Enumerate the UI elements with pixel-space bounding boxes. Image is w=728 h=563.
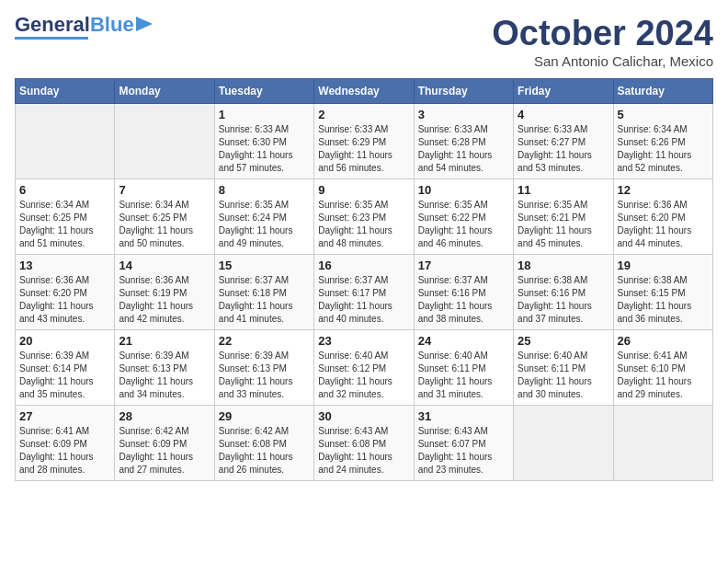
calendar-cell: 20Sunrise: 6:39 AM Sunset: 6:14 PM Dayli…: [16, 329, 115, 405]
svg-marker-0: [136, 17, 153, 31]
day-info: Sunrise: 6:39 AM Sunset: 6:13 PM Dayligh…: [219, 350, 310, 401]
logo-text: GeneralBlue: [15, 15, 134, 35]
calendar-cell: [115, 103, 214, 178]
calendar-cell: 17Sunrise: 6:37 AM Sunset: 6:16 PM Dayli…: [414, 254, 513, 329]
day-info: Sunrise: 6:33 AM Sunset: 6:30 PM Dayligh…: [219, 123, 310, 175]
calendar-week-row: 27Sunrise: 6:41 AM Sunset: 6:09 PM Dayli…: [16, 405, 713, 480]
calendar-cell: 15Sunrise: 6:37 AM Sunset: 6:18 PM Dayli…: [214, 254, 313, 329]
calendar-cell: 28Sunrise: 6:42 AM Sunset: 6:09 PM Dayli…: [115, 405, 214, 480]
day-info: Sunrise: 6:36 AM Sunset: 6:20 PM Dayligh…: [19, 274, 110, 326]
day-info: Sunrise: 6:33 AM Sunset: 6:29 PM Dayligh…: [318, 123, 409, 175]
day-info: Sunrise: 6:36 AM Sunset: 6:19 PM Dayligh…: [119, 274, 210, 326]
day-number: 10: [418, 183, 509, 197]
day-info: Sunrise: 6:34 AM Sunset: 6:25 PM Dayligh…: [119, 199, 210, 250]
calendar-cell: 16Sunrise: 6:37 AM Sunset: 6:17 PM Dayli…: [314, 254, 414, 329]
calendar-cell: 1Sunrise: 6:33 AM Sunset: 6:30 PM Daylig…: [214, 103, 313, 178]
weekday-header: Thursday: [414, 78, 513, 103]
day-info: Sunrise: 6:37 AM Sunset: 6:18 PM Dayligh…: [219, 274, 310, 326]
weekday-header: Sunday: [16, 78, 115, 103]
day-number: 26: [618, 334, 709, 348]
calendar-cell: 26Sunrise: 6:41 AM Sunset: 6:10 PM Dayli…: [613, 329, 712, 405]
day-number: 18: [518, 259, 609, 272]
day-info: Sunrise: 6:37 AM Sunset: 6:16 PM Dayligh…: [418, 274, 509, 326]
day-info: Sunrise: 6:35 AM Sunset: 6:21 PM Dayligh…: [518, 199, 609, 250]
location: San Antonio Calichar, Mexico: [492, 53, 713, 69]
day-info: Sunrise: 6:39 AM Sunset: 6:13 PM Dayligh…: [119, 350, 210, 401]
calendar-cell: 30Sunrise: 6:43 AM Sunset: 6:08 PM Dayli…: [314, 405, 414, 480]
day-info: Sunrise: 6:43 AM Sunset: 6:07 PM Dayligh…: [418, 425, 509, 477]
calendar-cell: 19Sunrise: 6:38 AM Sunset: 6:15 PM Dayli…: [613, 254, 712, 329]
day-number: 9: [318, 183, 409, 197]
calendar-cell: 27Sunrise: 6:41 AM Sunset: 6:09 PM Dayli…: [16, 405, 115, 480]
day-number: 27: [19, 409, 110, 423]
calendar-body: 1Sunrise: 6:33 AM Sunset: 6:30 PM Daylig…: [16, 103, 713, 480]
day-info: Sunrise: 6:34 AM Sunset: 6:25 PM Dayligh…: [19, 199, 110, 250]
calendar-cell: 6Sunrise: 6:34 AM Sunset: 6:25 PM Daylig…: [16, 178, 115, 254]
day-number: 7: [119, 183, 210, 197]
calendar-cell: [514, 405, 613, 480]
day-info: Sunrise: 6:40 AM Sunset: 6:11 PM Dayligh…: [518, 350, 609, 401]
day-info: Sunrise: 6:36 AM Sunset: 6:20 PM Dayligh…: [618, 199, 709, 250]
day-number: 17: [418, 259, 509, 272]
weekday-header: Wednesday: [314, 78, 414, 103]
logo-underline: [15, 37, 88, 40]
calendar-cell: 10Sunrise: 6:35 AM Sunset: 6:22 PM Dayli…: [414, 178, 513, 254]
day-number: 29: [219, 409, 310, 423]
calendar-cell: [613, 405, 712, 480]
calendar-week-row: 13Sunrise: 6:36 AM Sunset: 6:20 PM Dayli…: [16, 254, 713, 329]
day-info: Sunrise: 6:39 AM Sunset: 6:14 PM Dayligh…: [19, 350, 110, 401]
day-number: 3: [418, 108, 509, 121]
logo-arrow-icon: [136, 17, 153, 31]
calendar-cell: 29Sunrise: 6:42 AM Sunset: 6:08 PM Dayli…: [214, 405, 313, 480]
calendar-cell: 11Sunrise: 6:35 AM Sunset: 6:21 PM Dayli…: [514, 178, 613, 254]
calendar-cell: 4Sunrise: 6:33 AM Sunset: 6:27 PM Daylig…: [514, 103, 613, 178]
day-number: 25: [518, 334, 609, 348]
calendar-cell: 3Sunrise: 6:33 AM Sunset: 6:28 PM Daylig…: [414, 103, 513, 178]
day-number: 14: [119, 259, 210, 272]
calendar-cell: 31Sunrise: 6:43 AM Sunset: 6:07 PM Dayli…: [414, 405, 513, 480]
day-info: Sunrise: 6:43 AM Sunset: 6:08 PM Dayligh…: [318, 425, 409, 477]
day-number: 20: [19, 334, 110, 348]
logo: GeneralBlue: [15, 15, 153, 40]
day-number: 4: [518, 108, 609, 121]
day-number: 15: [219, 259, 310, 272]
day-number: 24: [418, 334, 509, 348]
calendar-cell: 14Sunrise: 6:36 AM Sunset: 6:19 PM Dayli…: [115, 254, 214, 329]
title-block: October 2024 San Antonio Calichar, Mexic…: [492, 15, 713, 69]
day-info: Sunrise: 6:42 AM Sunset: 6:09 PM Dayligh…: [119, 425, 210, 477]
day-number: 31: [418, 409, 509, 423]
day-number: 21: [119, 334, 210, 348]
weekday-header: Friday: [514, 78, 613, 103]
day-info: Sunrise: 6:42 AM Sunset: 6:08 PM Dayligh…: [219, 425, 310, 477]
day-number: 5: [618, 108, 709, 121]
calendar-cell: 13Sunrise: 6:36 AM Sunset: 6:20 PM Dayli…: [16, 254, 115, 329]
calendar-week-row: 20Sunrise: 6:39 AM Sunset: 6:14 PM Dayli…: [16, 329, 713, 405]
day-info: Sunrise: 6:35 AM Sunset: 6:23 PM Dayligh…: [318, 199, 409, 250]
page-header: GeneralBlue October 2024 San Antonio Cal…: [15, 15, 713, 69]
calendar-cell: 23Sunrise: 6:40 AM Sunset: 6:12 PM Dayli…: [314, 329, 414, 405]
day-info: Sunrise: 6:33 AM Sunset: 6:27 PM Dayligh…: [518, 123, 609, 175]
day-number: 6: [19, 183, 110, 197]
day-number: 2: [318, 108, 409, 121]
calendar-cell: 5Sunrise: 6:34 AM Sunset: 6:26 PM Daylig…: [613, 103, 712, 178]
day-info: Sunrise: 6:34 AM Sunset: 6:26 PM Dayligh…: [618, 123, 709, 175]
day-number: 13: [19, 259, 110, 272]
calendar-cell: 24Sunrise: 6:40 AM Sunset: 6:11 PM Dayli…: [414, 329, 513, 405]
day-number: 1: [219, 108, 310, 121]
day-number: 30: [318, 409, 409, 423]
day-number: 11: [518, 183, 609, 197]
day-info: Sunrise: 6:37 AM Sunset: 6:17 PM Dayligh…: [318, 274, 409, 326]
day-info: Sunrise: 6:41 AM Sunset: 6:10 PM Dayligh…: [618, 350, 709, 401]
day-info: Sunrise: 6:38 AM Sunset: 6:15 PM Dayligh…: [618, 274, 709, 326]
calendar-header: SundayMondayTuesdayWednesdayThursdayFrid…: [16, 78, 713, 103]
day-info: Sunrise: 6:40 AM Sunset: 6:11 PM Dayligh…: [418, 350, 509, 401]
weekday-row: SundayMondayTuesdayWednesdayThursdayFrid…: [16, 78, 713, 103]
day-info: Sunrise: 6:35 AM Sunset: 6:22 PM Dayligh…: [418, 199, 509, 250]
calendar-table: SundayMondayTuesdayWednesdayThursdayFrid…: [15, 78, 713, 481]
weekday-header: Saturday: [613, 78, 712, 103]
calendar-cell: 8Sunrise: 6:35 AM Sunset: 6:24 PM Daylig…: [214, 178, 313, 254]
day-number: 8: [219, 183, 310, 197]
day-info: Sunrise: 6:40 AM Sunset: 6:12 PM Dayligh…: [318, 350, 409, 401]
calendar-week-row: 6Sunrise: 6:34 AM Sunset: 6:25 PM Daylig…: [16, 178, 713, 254]
day-info: Sunrise: 6:41 AM Sunset: 6:09 PM Dayligh…: [19, 425, 110, 477]
